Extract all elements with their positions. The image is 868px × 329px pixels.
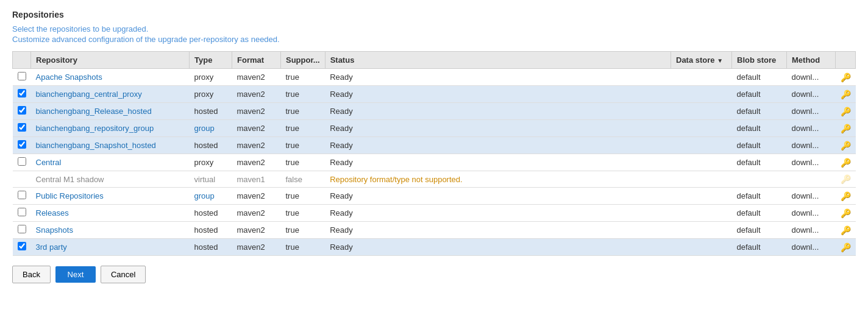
repo-datastore bbox=[671, 171, 732, 188]
repo-format: maven2 bbox=[232, 239, 281, 256]
repo-status: Ready bbox=[325, 222, 671, 239]
key-icon[interactable]: 🔑 bbox=[841, 242, 851, 252]
repo-blobstore: default bbox=[732, 239, 787, 256]
repo-format: maven2 bbox=[232, 69, 281, 86]
repo-type: hosted bbox=[190, 103, 232, 120]
repo-name: bianchengbang_Snapshot_hosted bbox=[31, 137, 190, 154]
repositories-table: RepositoryTypeFormatSuppor...StatusData … bbox=[12, 51, 856, 256]
repo-datastore bbox=[671, 137, 732, 154]
repo-format: maven2 bbox=[232, 103, 281, 120]
repo-method bbox=[787, 171, 836, 188]
repo-blobstore: default bbox=[732, 103, 787, 120]
key-icon[interactable]: 🔑 bbox=[841, 158, 851, 168]
repo-format: maven2 bbox=[232, 205, 281, 222]
repo-datastore bbox=[671, 86, 732, 103]
repo-status: Ready bbox=[325, 86, 671, 103]
repo-type: hosted bbox=[190, 239, 232, 256]
repo-status: Ready bbox=[325, 103, 671, 120]
repo-name: bianchengbang_Release_hosted bbox=[31, 103, 190, 120]
key-icon[interactable]: 🔑 bbox=[841, 208, 851, 218]
repo-status: Ready bbox=[325, 205, 671, 222]
repo-format: maven2 bbox=[232, 222, 281, 239]
cancel-button[interactable]: Cancel bbox=[101, 266, 146, 283]
repo-datastore bbox=[671, 205, 732, 222]
page-title: Repositories bbox=[12, 10, 856, 19]
repo-name: Releases bbox=[31, 205, 190, 222]
table-row: Apache Snapshotsproxymaven2trueReadydefa… bbox=[13, 69, 856, 86]
repo-type: proxy bbox=[190, 69, 232, 86]
repo-datastore bbox=[671, 154, 732, 171]
row-checkbox[interactable] bbox=[18, 157, 26, 166]
repo-blobstore: default bbox=[732, 154, 787, 171]
row-checkbox[interactable] bbox=[18, 242, 26, 250]
repo-support: true bbox=[281, 188, 326, 205]
repo-format: maven2 bbox=[232, 154, 281, 171]
repo-method: downl... bbox=[787, 188, 836, 205]
repo-type: group bbox=[190, 188, 232, 205]
repo-name: Apache Snapshots bbox=[31, 69, 190, 86]
key-icon[interactable]: 🔑 bbox=[841, 191, 851, 201]
repo-blobstore: default bbox=[732, 205, 787, 222]
repo-datastore bbox=[671, 188, 732, 205]
repo-method: downl... bbox=[787, 103, 836, 120]
repo-method: downl... bbox=[787, 137, 836, 154]
repo-blobstore: default bbox=[732, 137, 787, 154]
repo-datastore bbox=[671, 69, 732, 86]
key-icon[interactable]: 🔑 bbox=[841, 73, 851, 82]
table-row: bianchengbang_repository_groupgroupmaven… bbox=[13, 120, 856, 137]
repo-format: maven2 bbox=[232, 86, 281, 103]
key-icon[interactable]: 🔑 bbox=[841, 141, 851, 150]
repo-type: group bbox=[190, 120, 232, 137]
repo-support: true bbox=[281, 137, 326, 154]
repo-status: Ready bbox=[325, 154, 671, 171]
repo-blobstore: default bbox=[732, 222, 787, 239]
repo-support: true bbox=[281, 239, 326, 256]
repo-blobstore: default bbox=[732, 188, 787, 205]
key-icon[interactable]: 🔑 bbox=[841, 90, 851, 99]
repo-type: proxy bbox=[190, 86, 232, 103]
repo-method: downl... bbox=[787, 222, 836, 239]
key-icon[interactable]: 🔑 bbox=[841, 225, 851, 235]
repo-status: Ready bbox=[325, 137, 671, 154]
repo-type: hosted bbox=[190, 222, 232, 239]
repo-name: Central bbox=[31, 154, 190, 171]
repo-method: downl... bbox=[787, 69, 836, 86]
row-checkbox[interactable] bbox=[18, 191, 26, 199]
repo-name: bianchengbang_central_proxy bbox=[31, 86, 190, 103]
repo-support: false bbox=[281, 171, 326, 188]
row-checkbox[interactable] bbox=[18, 89, 26, 97]
key-icon[interactable]: 🔑 bbox=[841, 107, 851, 116]
repo-type: virtual bbox=[190, 171, 232, 188]
repo-datastore bbox=[671, 239, 732, 256]
table-row: bianchengbang_central_proxyproxymaven2tr… bbox=[13, 86, 856, 103]
repo-datastore bbox=[671, 222, 732, 239]
repo-datastore bbox=[671, 103, 732, 120]
table-row: Public Repositoriesgroupmaven2trueReadyd… bbox=[13, 188, 856, 205]
repo-type: hosted bbox=[190, 205, 232, 222]
repo-name: Central M1 shadow bbox=[31, 171, 190, 188]
row-checkbox[interactable] bbox=[18, 225, 26, 233]
row-checkbox[interactable] bbox=[18, 140, 26, 149]
repo-status: Ready bbox=[325, 239, 671, 256]
repo-status: Ready bbox=[325, 120, 671, 137]
row-checkbox[interactable] bbox=[18, 72, 26, 80]
repo-status: Ready bbox=[325, 69, 671, 86]
repo-support: true bbox=[281, 69, 326, 86]
subtitle1: Select the repositories to be upgraded. bbox=[12, 24, 856, 34]
repo-name: 3rd party bbox=[31, 239, 190, 256]
row-checkbox[interactable] bbox=[18, 208, 26, 216]
action-buttons: Back Next Cancel bbox=[12, 266, 856, 283]
repo-type: hosted bbox=[190, 137, 232, 154]
repo-format: maven1 bbox=[232, 171, 281, 188]
next-button[interactable]: Next bbox=[55, 266, 96, 283]
key-icon: 🔑 bbox=[841, 174, 851, 184]
repo-support: true bbox=[281, 205, 326, 222]
repo-name: Public Repositories bbox=[31, 188, 190, 205]
back-button[interactable]: Back bbox=[12, 266, 51, 283]
row-checkbox[interactable] bbox=[18, 106, 26, 115]
repo-method: downl... bbox=[787, 120, 836, 137]
row-checkbox[interactable] bbox=[18, 123, 26, 132]
repo-support: true bbox=[281, 154, 326, 171]
key-icon[interactable]: 🔑 bbox=[841, 124, 851, 133]
repo-blobstore: default bbox=[732, 120, 787, 137]
